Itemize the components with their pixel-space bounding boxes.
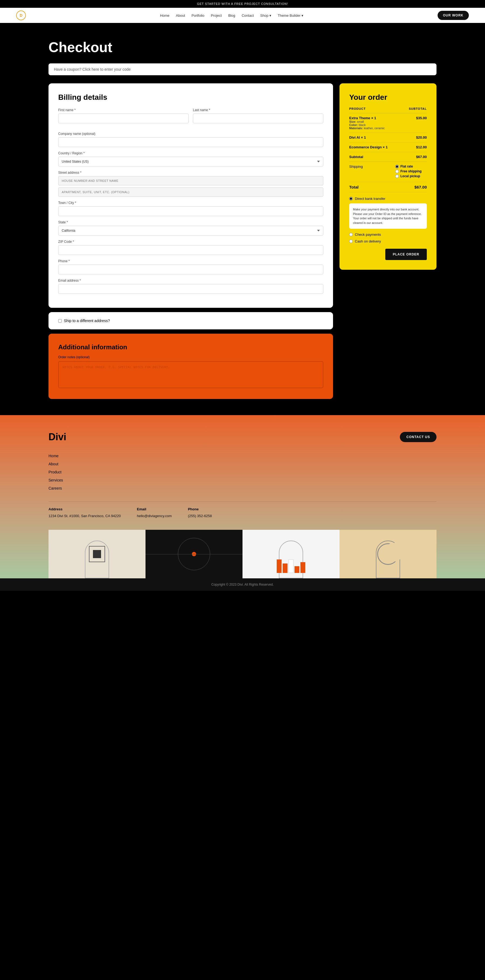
footer-art	[49, 530, 436, 578]
product-name-3: Ecommerce Design × 1	[349, 145, 395, 149]
art-bar-4	[295, 566, 300, 573]
place-order-button[interactable]: PLACE ORDER	[385, 249, 427, 260]
art-bar-1	[277, 560, 282, 573]
nav-home[interactable]: Home	[160, 13, 170, 18]
footer-email-block: Email hello@diviagency.com	[137, 507, 172, 519]
art-bar-2	[283, 563, 287, 573]
city-group: Town / City *	[58, 201, 323, 216]
ship-label[interactable]: Ship to a different address?	[58, 318, 323, 323]
first-name-input[interactable]	[58, 114, 189, 123]
logo-circle: D	[16, 11, 26, 20]
nav-contact[interactable]: Contact	[242, 13, 254, 18]
zip-group: ZIP Code *	[58, 240, 323, 255]
first-name-group: First name *	[58, 108, 189, 123]
billing-title: Billing details	[58, 93, 323, 102]
zip-input[interactable]	[58, 245, 323, 255]
product-price-3: $12.00	[395, 142, 427, 152]
product-detail-1b: Color: black	[349, 123, 395, 127]
shipping-local: Local pickup	[395, 174, 427, 178]
country-label: Country / Region *	[58, 151, 323, 155]
footer-contact-button[interactable]: CONTACT US	[400, 432, 436, 442]
state-label: State *	[58, 220, 323, 224]
art-panel-1	[49, 530, 146, 578]
product-price-1: $35.00	[395, 113, 427, 133]
company-input[interactable]	[58, 137, 323, 147]
last-name-label: Last name *	[193, 108, 323, 112]
email-input[interactable]	[58, 284, 323, 294]
email-title: Email	[137, 507, 172, 511]
nav-theme-builder[interactable]: Theme Builder ▾	[278, 13, 303, 18]
email-label: Email address *	[58, 278, 323, 282]
order-item-2: Divi AI × 1 $20.00	[349, 133, 427, 142]
payment-check-radio[interactable]	[349, 233, 353, 236]
country-select[interactable]: United States (US)	[58, 157, 323, 166]
footer-nav-product[interactable]: Product	[49, 470, 62, 474]
order-item-3: Ecommerce Design × 1 $12.00	[349, 142, 427, 152]
shipping-free-radio[interactable]	[395, 170, 399, 173]
nav-cta-button[interactable]: OUR WORK	[437, 11, 469, 20]
art-bars	[277, 554, 305, 573]
order-title: Your order	[349, 93, 427, 102]
name-row: First name * Last name *	[58, 108, 323, 127]
apt-input[interactable]	[58, 188, 323, 197]
nav-links: Home About Portfolio Project Blog Contac…	[160, 13, 303, 18]
payment-bank-transfer: Direct bank transfer	[349, 197, 427, 201]
navbar: D Home About Portfolio Project Blog Cont…	[0, 8, 485, 23]
shipping-label: Shipping	[349, 162, 395, 182]
product-detail-1c: Materials: leather, ceramic	[349, 127, 395, 130]
art-panel-3	[242, 530, 339, 578]
payment-section: Direct bank transfer Make your payment d…	[349, 197, 427, 260]
nav-blog[interactable]: Blog	[228, 13, 235, 18]
address-title: Address	[49, 507, 121, 511]
billing-card: Billing details First name * Last name *…	[49, 83, 333, 308]
additional-title: Additional information	[58, 344, 323, 351]
footer-logo: Divi	[49, 431, 66, 443]
copyright-text: Copyright © 2023 Divi. All Rights Reserv…	[211, 583, 274, 586]
phone-title: Phone	[188, 507, 212, 511]
order-table: PRODUCT SUBTOTAL Extra Theme × 1 Size: s…	[349, 107, 427, 192]
state-group: State * California	[58, 220, 323, 235]
art-line	[146, 554, 242, 554]
product-detail-1a: Size: small	[349, 120, 395, 123]
nav-project[interactable]: Project	[211, 13, 222, 18]
phone-input[interactable]	[58, 265, 323, 274]
email-value: hello@diviagency.com	[137, 513, 172, 519]
notes-label: Order notes (optional)	[58, 355, 323, 359]
notes-textarea[interactable]	[58, 361, 323, 388]
product-name-2: Divi AI × 1	[349, 135, 395, 140]
nav-logo[interactable]: D	[16, 11, 26, 20]
payment-bank-radio[interactable]	[349, 197, 353, 200]
left-column: Billing details First name * Last name *…	[49, 83, 333, 399]
footer-info: Address 1234 Divi St. #1000, San Francis…	[49, 507, 436, 519]
footer-nav-careers[interactable]: Careers	[49, 486, 62, 490]
nav-shop[interactable]: Shop ▾	[260, 13, 271, 18]
city-input[interactable]	[58, 206, 323, 216]
address-value: 1234 Divi St. #1000, San Francisco, CA 9…	[49, 513, 121, 519]
art-panel-4	[339, 530, 436, 578]
shipping-flat-radio[interactable]	[395, 165, 399, 168]
shipping-free: Free shipping	[395, 169, 427, 173]
art-bar-5	[300, 562, 305, 573]
banner-text: GET STARTED WITH A FREE PROJECT CONSULTA…	[197, 2, 288, 5]
nav-about[interactable]: About	[176, 13, 185, 18]
footer-nav-home[interactable]: Home	[49, 454, 59, 458]
coupon-bar[interactable]: Have a coupon? Click here to enter your …	[49, 64, 436, 75]
shipping-local-radio[interactable]	[395, 175, 399, 178]
shipping-flat: Flat rate	[395, 165, 427, 168]
footer-divider	[49, 501, 436, 502]
phone-label: Phone *	[58, 259, 323, 263]
place-order-container: PLACE ORDER	[349, 246, 427, 260]
payment-cod-radio[interactable]	[349, 240, 353, 243]
ship-checkbox[interactable]	[58, 319, 62, 323]
total-row: Total $67.00	[349, 182, 427, 192]
phone-group: Phone *	[58, 259, 323, 274]
footer-nav-about[interactable]: About	[49, 462, 59, 466]
last-name-input[interactable]	[193, 114, 323, 123]
bottom-bar: Copyright © 2023 Divi. All Rights Reserv…	[0, 578, 485, 591]
footer-nav-services[interactable]: Services	[49, 478, 63, 482]
checkout-layout: Billing details First name * Last name *…	[49, 83, 436, 399]
last-name-group: Last name *	[193, 108, 323, 123]
nav-portfolio[interactable]: Portfolio	[192, 13, 204, 18]
street-input[interactable]	[58, 176, 323, 185]
state-select[interactable]: California	[58, 226, 323, 235]
